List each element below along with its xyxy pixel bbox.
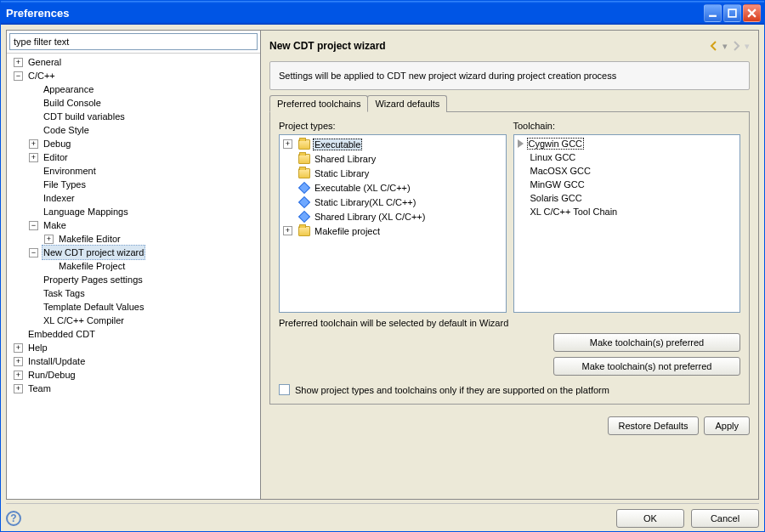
project-types-list[interactable]: +ExecutableShared LibraryStatic LibraryE…: [279, 134, 507, 313]
toolchain-item[interactable]: Linux GCC: [516, 150, 739, 164]
expand-icon[interactable]: +: [14, 58, 23, 67]
expand-icon[interactable]: +: [29, 153, 38, 162]
project-type-label: Static Library: [313, 168, 371, 178]
project-type-item[interactable]: Shared Library (XL C/C++): [281, 209, 504, 224]
make-not-preferred-button[interactable]: Make toolchain(s) not preferred: [553, 357, 740, 376]
diamond-icon: [298, 181, 310, 193]
toolchain-label: MacOSX GCC: [530, 166, 592, 176]
tree-item-label: Appearance: [42, 82, 95, 96]
expand-icon[interactable]: +: [14, 384, 23, 393]
toolchain-list[interactable]: Cygwin GCCLinux GCCMacOSX GCCMinGW GCCSo…: [513, 134, 741, 313]
toolchain-label: Toolchain:: [513, 121, 741, 131]
toolchain-item[interactable]: Cygwin GCC: [516, 137, 739, 150]
ok-button[interactable]: OK: [616, 509, 684, 528]
project-type-item[interactable]: Static Library(XL C/C++): [281, 195, 504, 209]
cancel-button[interactable]: Cancel: [691, 509, 759, 528]
minimize-button[interactable]: [704, 4, 722, 22]
toolchain-item[interactable]: MinGW GCC: [516, 178, 739, 191]
tree-item[interactable]: CDT build variables: [7, 110, 260, 123]
tree-item[interactable]: −New CDT project wizard: [7, 246, 260, 259]
diamond-icon: [298, 210, 310, 222]
expand-icon[interactable]: +: [14, 357, 23, 366]
tab-wizard-defaults[interactable]: Wizard defaults: [367, 95, 447, 112]
expand-icon[interactable]: +: [283, 226, 292, 235]
tree-item[interactable]: +General: [7, 55, 260, 69]
toolchain-label: MinGW GCC: [530, 179, 585, 190]
tree-item[interactable]: Embedded CDT: [7, 327, 260, 341]
project-types-label: Project types:: [279, 121, 507, 131]
tree-item[interactable]: Indexer: [7, 191, 260, 205]
filter-input[interactable]: [9, 33, 258, 50]
project-type-item[interactable]: Executable (XL C/C++): [281, 180, 504, 195]
toolchain-item[interactable]: XL C/C++ Tool Chain: [516, 205, 739, 218]
tree-item[interactable]: +Help: [7, 341, 260, 354]
tree-item[interactable]: Environment: [7, 164, 260, 178]
tree-item[interactable]: +Makefile Editor: [7, 232, 260, 246]
tree-item[interactable]: −C/C++: [7, 69, 260, 82]
project-type-item[interactable]: Shared Library: [281, 151, 504, 166]
tree-item[interactable]: Property Pages settings: [7, 273, 260, 286]
expand-icon[interactable]: +: [44, 235, 54, 244]
tree-item-label: Help: [26, 341, 49, 354]
tree-item[interactable]: +Editor: [7, 150, 260, 164]
tree-item-label: Team: [26, 382, 53, 395]
expand-icon[interactable]: +: [283, 139, 292, 149]
apply-button[interactable]: Apply: [704, 416, 750, 435]
tree-item[interactable]: Appearance: [7, 82, 260, 96]
tree-item[interactable]: Task Tags: [7, 286, 260, 300]
tree-item[interactable]: +Install/Update: [7, 354, 260, 368]
restore-defaults-button[interactable]: Restore Defaults: [608, 416, 700, 435]
folder-icon: [298, 226, 310, 236]
collapse-icon[interactable]: −: [14, 71, 23, 81]
tab-preferred-toolchains[interactable]: Preferred toolchains: [269, 95, 368, 112]
tree-item-label: Task Tags: [42, 286, 87, 300]
tree-item-label: C/C++: [26, 69, 57, 82]
tree-item-label: Template Default Values: [42, 300, 145, 314]
help-icon[interactable]: ?: [6, 511, 21, 526]
tree-item[interactable]: +Debug: [7, 137, 260, 150]
tree-item[interactable]: Code Style: [7, 123, 260, 137]
project-type-item[interactable]: +Makefile project: [281, 224, 504, 238]
project-type-label: Shared Library: [313, 154, 377, 164]
tree-item[interactable]: +Team: [7, 382, 260, 395]
tree-item-label: Run/Debug: [26, 368, 77, 382]
tree-item-label: File Types: [42, 178, 88, 191]
forward-arrow-icon[interactable]: [729, 39, 743, 53]
back-arrow-icon[interactable]: [707, 39, 721, 53]
supported-only-label: Show project types and toolchains only i…: [295, 385, 609, 395]
tree-item[interactable]: File Types: [7, 178, 260, 191]
tree-item[interactable]: XL C/C++ Compiler: [7, 314, 260, 327]
tree-item-label: Environment: [42, 164, 98, 178]
expand-icon[interactable]: +: [14, 343, 23, 353]
tree-item[interactable]: Template Default Values: [7, 300, 260, 314]
tree-item[interactable]: −Make: [7, 218, 260, 232]
tree-item[interactable]: +Run/Debug: [7, 368, 260, 382]
project-type-item[interactable]: +Executable: [281, 137, 504, 151]
make-preferred-button[interactable]: Make toolchain(s) preferred: [553, 333, 740, 352]
toolchain-item[interactable]: MacOSX GCC: [516, 164, 739, 178]
diamond-icon: [298, 195, 310, 207]
toolchain-label: Cygwin GCC: [527, 138, 585, 150]
tree-item-label: Indexer: [42, 191, 76, 205]
toolchain-label: Linux GCC: [530, 152, 576, 162]
tree-item[interactable]: Language Mappings: [7, 205, 260, 218]
tree-item[interactable]: Makefile Project: [7, 259, 260, 273]
close-button[interactable]: [743, 4, 761, 22]
collapse-icon[interactable]: −: [29, 248, 38, 258]
toolchain-item[interactable]: Solaris GCC: [516, 191, 739, 205]
tree-item-label: Language Mappings: [42, 205, 130, 218]
preference-tree[interactable]: +General−C/C++AppearanceBuild ConsoleCDT…: [7, 54, 260, 499]
tree-item-label: Makefile Project: [57, 259, 127, 273]
supported-only-checkbox[interactable]: [279, 384, 290, 395]
collapse-icon[interactable]: −: [29, 221, 38, 230]
tree-item-label: New CDT project wizard: [42, 245, 145, 260]
page-description: Settings will be applied to CDT new proj…: [269, 61, 750, 90]
project-type-label: Shared Library (XL C/C++): [313, 212, 427, 222]
maximize-button[interactable]: [723, 4, 741, 22]
tree-item[interactable]: Build Console: [7, 96, 260, 110]
expand-icon[interactable]: +: [14, 371, 23, 380]
tree-item-label: Install/Update: [26, 354, 87, 368]
toolchain-label: XL C/C++ Tool Chain: [530, 207, 618, 217]
project-type-item[interactable]: Static Library: [281, 166, 504, 180]
expand-icon[interactable]: +: [29, 139, 38, 149]
